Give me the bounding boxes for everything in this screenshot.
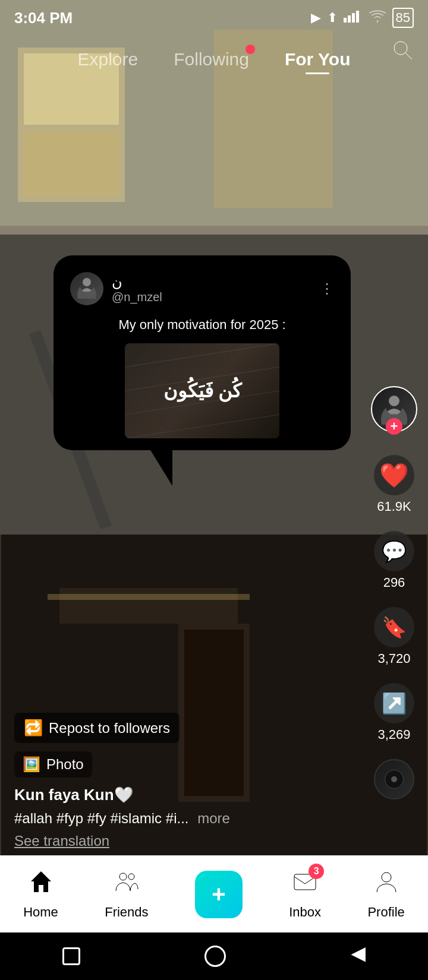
svg-rect-20 — [352, 13, 355, 23]
plus-icon: + — [212, 881, 225, 908]
comment-button[interactable]: 💬 — [374, 531, 414, 571]
post-content-text: My only motivation for 2025 : — [70, 317, 334, 333]
share-count: 3,269 — [377, 727, 410, 742]
friends-label: Friends — [105, 905, 148, 920]
heart-icon: ❤️ — [379, 461, 409, 489]
repost-text: Repost to followers — [49, 720, 170, 736]
bookmark-icon: 🔖 — [382, 615, 407, 639]
status-icons: ▶ ⬆ 85 — [311, 8, 414, 28]
see-translation-button[interactable]: See translation — [14, 833, 109, 849]
right-actions: + ❤️ 61.9K 💬 296 🔖 3,720 ↗️ 3,269 — [371, 386, 417, 799]
photo-label: Photo — [46, 756, 84, 773]
svg-rect-19 — [348, 15, 351, 23]
svg-point-29 — [389, 396, 399, 406]
bookmark-count: 3,720 — [377, 651, 410, 666]
svg-point-31 — [128, 874, 134, 880]
bottom-content: 🔁 Repost to followers 🖼️ Photo Kun faya … — [0, 713, 345, 849]
battery-icon: 85 — [392, 8, 414, 28]
svg-rect-18 — [344, 18, 347, 23]
friends-icon — [114, 868, 140, 900]
post-card: ن @n_mzel ⋮ My only motivation for 2025 … — [54, 255, 351, 450]
inbox-badge-container: 3 — [292, 868, 318, 900]
share-icon: ↗️ — [382, 691, 407, 715]
photo-button[interactable]: 🖼️ Photo — [14, 751, 92, 777]
signal-icon — [344, 10, 363, 26]
like-count: 61.9K — [377, 499, 411, 514]
bookmark-button[interactable]: 🔖 — [374, 607, 414, 647]
notification-dot — [246, 45, 255, 54]
inbox-notification-badge: 3 — [309, 864, 324, 879]
photo-icon: 🖼️ — [23, 756, 40, 773]
repost-button[interactable]: 🔁 Repost to followers — [14, 713, 180, 743]
repost-icon: 🔁 — [24, 719, 43, 737]
tab-explore[interactable]: Explore — [77, 49, 138, 69]
arabic-calligraphy-text: كُن فَيَكُون — [163, 380, 241, 402]
post-user-info: ن @n_mzel — [112, 274, 162, 304]
nav-tab-profile[interactable]: Profile — [367, 868, 404, 920]
svg-rect-4 — [24, 131, 119, 196]
android-back-button[interactable]: ▶ — [351, 945, 366, 968]
bookmark-action: 🔖 3,720 — [374, 607, 414, 666]
svg-rect-14 — [59, 588, 238, 624]
post-header: ن @n_mzel ⋮ — [70, 272, 334, 305]
comment-count: 296 — [383, 575, 405, 590]
home-icon — [28, 868, 54, 900]
post-image: كُن فَيَكُون — [125, 343, 279, 438]
avatar-figure — [73, 275, 100, 302]
post-avatar — [70, 272, 103, 305]
disc-center — [391, 776, 397, 782]
more-link[interactable]: more — [197, 810, 230, 826]
disc-inner — [385, 770, 404, 789]
creator-avatar-container: + — [371, 386, 417, 432]
svg-point-30 — [119, 873, 127, 880]
wifi-icon — [369, 10, 386, 26]
comment-action: 💬 296 — [374, 531, 414, 590]
nav-tab-friends[interactable]: Friends — [105, 868, 148, 920]
post-username: @n_mzel — [112, 290, 162, 304]
profile-icon — [373, 868, 399, 900]
svg-line-28 — [125, 415, 279, 438]
android-recent-button[interactable] — [62, 947, 80, 965]
like-button[interactable]: ❤️ — [374, 455, 414, 495]
share-button[interactable]: ↗️ — [374, 683, 414, 723]
time-display: 3:04 PM — [14, 9, 73, 27]
bottom-navigation: Home Friends + 3 Inbox — [0, 855, 428, 932]
music-disc[interactable] — [374, 759, 414, 799]
hashtags-text: #allah #fyp #fy #islamic #i... more — [14, 810, 331, 827]
nav-tab-home[interactable]: Home — [23, 868, 58, 920]
like-action: ❤️ 61.9K — [374, 455, 414, 514]
follow-plus-button[interactable]: + — [386, 418, 402, 435]
caption-text: Kun faya Kun🤍 — [14, 786, 331, 804]
svg-point-33 — [382, 872, 391, 882]
tab-following[interactable]: Following — [174, 49, 249, 69]
svg-rect-21 — [356, 11, 359, 23]
profile-label: Profile — [367, 905, 404, 920]
post-card-tail — [149, 447, 172, 486]
android-navigation: ▶ — [0, 932, 428, 980]
svg-line-25 — [125, 343, 279, 367]
create-button[interactable]: + — [195, 871, 243, 918]
android-home-button[interactable] — [204, 946, 226, 967]
inbox-label: Inbox — [289, 905, 321, 920]
post-arabic-char: ن — [112, 274, 162, 290]
status-bar: 3:04 PM ▶ ⬆ 85 — [0, 0, 428, 36]
share-action: ↗️ 3,269 — [374, 683, 414, 742]
upload-icon: ⬆ — [327, 10, 338, 26]
home-label: Home — [23, 905, 58, 920]
svg-rect-15 — [48, 594, 250, 600]
play-icon: ▶ — [311, 10, 321, 26]
top-navigation: Explore Following For You — [0, 33, 428, 86]
nav-tab-inbox[interactable]: 3 Inbox — [289, 868, 321, 920]
svg-point-24 — [83, 278, 91, 286]
tab-for-you[interactable]: For You — [285, 49, 351, 69]
post-more-button[interactable]: ⋮ — [320, 280, 334, 297]
comment-icon: 💬 — [382, 539, 407, 563]
